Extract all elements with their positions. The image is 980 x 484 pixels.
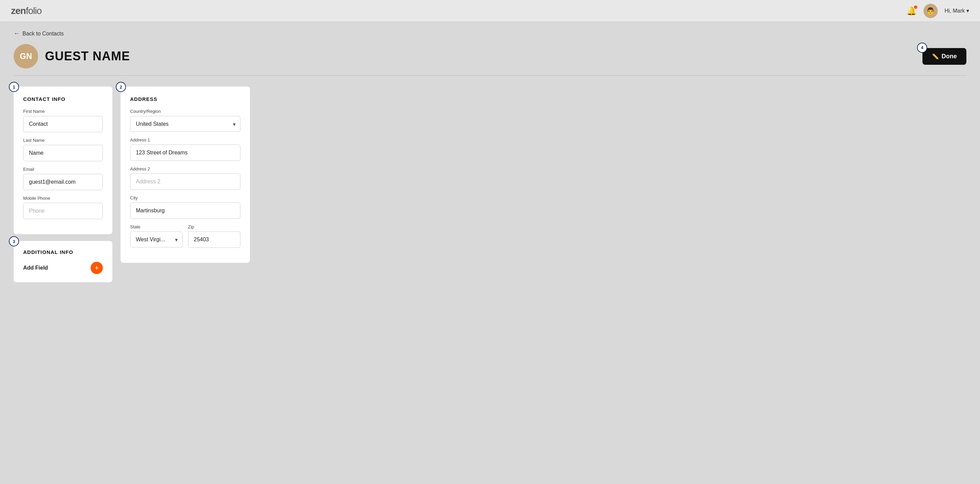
address-card: 2 ADDRESS Country/Region United States C…	[121, 86, 250, 263]
state-label: State	[130, 224, 183, 229]
contact-info-card: 1 CONTACT INFO First Name Last Name Emai…	[14, 86, 112, 234]
zip-label: Zip	[188, 224, 240, 229]
avatar-initials: GN	[20, 51, 32, 61]
state-zip-row: State West Virgi... Alabama Alaska Arizo…	[130, 224, 240, 253]
edit-icon: ✏️	[932, 53, 939, 60]
address1-field-group: Address 1	[130, 137, 240, 161]
state-select-wrapper: West Virgi... Alabama Alaska Arizona Vir…	[130, 232, 183, 248]
done-step-badge: 4	[917, 43, 927, 53]
address1-input[interactable]	[130, 145, 240, 161]
phone-input[interactable]	[23, 203, 103, 219]
last-name-label: Last Name	[23, 138, 103, 143]
avatar-icon: 👨	[926, 7, 935, 15]
add-field-label: Add Field	[23, 265, 48, 271]
country-select-wrapper: United States Canada United Kingdom Aust…	[130, 116, 240, 132]
address2-label: Address 2	[130, 166, 240, 171]
greeting-chevron-icon: ▾	[966, 8, 969, 14]
email-label: Email	[23, 167, 103, 172]
city-label: City	[130, 195, 240, 200]
last-name-field-group: Last Name	[23, 138, 103, 161]
zip-input[interactable]	[188, 232, 240, 248]
address2-field-group: Address 2	[130, 166, 240, 190]
zip-field-group: Zip	[188, 224, 240, 248]
done-button-label: Done	[942, 53, 957, 60]
user-avatar[interactable]: 👨	[923, 4, 938, 18]
city-field-group: City	[130, 195, 240, 219]
state-field-group: State West Virgi... Alabama Alaska Arizo…	[130, 224, 183, 248]
app-header: zenfolio 🔔 👨 Hi, Mark ▾	[0, 0, 980, 22]
address-badge: 2	[116, 82, 126, 92]
notification-bell[interactable]: 🔔	[907, 6, 917, 16]
add-field-button[interactable]: +	[91, 262, 103, 274]
notification-dot	[914, 5, 917, 9]
page-header: GN GUEST NAME 4 ✏️ Done	[0, 41, 980, 75]
address1-label: Address 1	[130, 137, 240, 142]
email-field-group: Email	[23, 167, 103, 190]
back-label: Back to Contacts	[22, 31, 64, 37]
additional-info-card: 3 ADDITIONAL INFO Add Field +	[14, 241, 112, 282]
first-name-label: First Name	[23, 109, 103, 114]
state-select[interactable]: West Virgi... Alabama Alaska Arizona Vir…	[130, 232, 183, 248]
additional-info-badge: 3	[9, 236, 19, 246]
page-title: GUEST NAME	[45, 49, 130, 63]
back-arrow-icon: ←	[14, 30, 20, 37]
country-select[interactable]: United States Canada United Kingdom Aust…	[130, 116, 240, 132]
city-input[interactable]	[130, 203, 240, 219]
add-field-plus-icon: +	[95, 264, 99, 272]
page-header-left: GN GUEST NAME	[14, 44, 130, 69]
first-name-input[interactable]	[23, 116, 103, 132]
address2-input[interactable]	[130, 174, 240, 190]
additional-info-title: ADDITIONAL INFO	[23, 249, 103, 255]
email-input[interactable]	[23, 174, 103, 190]
last-name-input[interactable]	[23, 145, 103, 161]
country-label: Country/Region	[130, 109, 240, 114]
header-right: 🔔 👨 Hi, Mark ▾	[907, 4, 969, 18]
phone-label: Mobile Phone	[23, 196, 103, 201]
contact-avatar: GN	[14, 44, 38, 69]
back-to-contacts[interactable]: ← Back to Contacts	[0, 22, 980, 41]
done-button-wrapper: 4 ✏️ Done	[923, 48, 966, 65]
contact-info-badge: 1	[9, 82, 19, 92]
left-column: 1 CONTACT INFO First Name Last Name Emai…	[14, 86, 112, 282]
done-button[interactable]: ✏️ Done	[923, 48, 966, 65]
country-field-group: Country/Region United States Canada Unit…	[130, 109, 240, 132]
first-name-field-group: First Name	[23, 109, 103, 132]
additional-info-inner: Add Field +	[23, 262, 103, 274]
logo-zen-text: zen	[11, 5, 26, 16]
app-logo: zenfolio	[11, 5, 41, 16]
greeting-text: Hi, Mark	[945, 8, 965, 14]
header-divider	[14, 75, 966, 76]
main-content: 1 CONTACT INFO First Name Last Name Emai…	[0, 86, 980, 296]
contact-info-title: CONTACT INFO	[23, 96, 103, 102]
address-title: ADDRESS	[130, 96, 240, 102]
phone-field-group: Mobile Phone	[23, 196, 103, 219]
user-greeting[interactable]: Hi, Mark ▾	[945, 8, 969, 14]
logo-folio-text: folio	[26, 5, 41, 16]
